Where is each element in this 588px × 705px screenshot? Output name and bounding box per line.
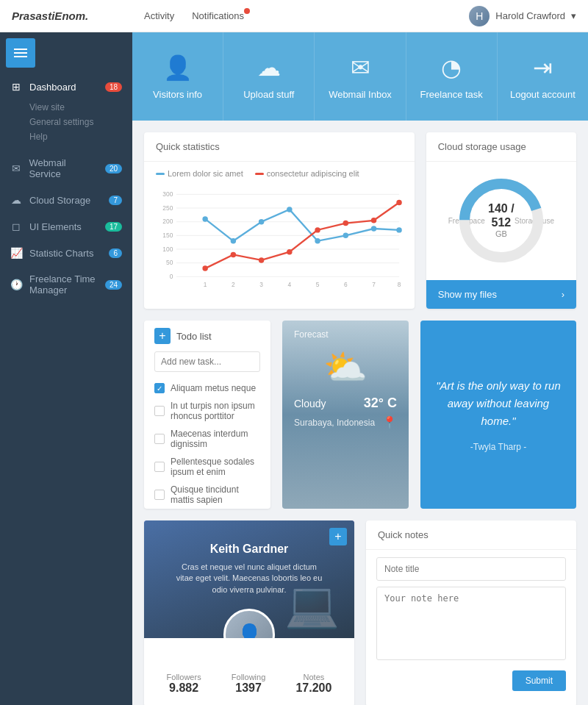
row-stats: Quick statistics Lorem dolor sic amet co… [144,132,576,309]
profile-card: + Keith Gardner Cras et neque vel nunc a… [144,520,354,705]
sidebar: ⊞ Dashboard 18 View site General setting… [0,32,132,705]
sidebar-menu-button[interactable] [6,38,35,68]
svg-point-31 [231,252,236,257]
notes-card-header: Quick notes [366,520,576,550]
svg-text:0: 0 [170,273,173,280]
tab-freelance-task[interactable]: ◔ Freelance task [406,32,498,121]
profile-stat-following: Following 1397 [232,671,265,695]
weather-icon: ⛅ [294,347,397,388]
notes-submit-button[interactable]: Submit [512,670,566,691]
svg-point-37 [396,200,401,205]
svg-text:6: 6 [344,281,348,288]
svg-point-28 [371,226,376,231]
todo-checkbox-3[interactable] [154,434,165,444]
donut-chart: 140 / 512 GB [457,176,545,265]
sidebar-item-dashboard[interactable]: ⊞ Dashboard 18 [0,74,132,100]
legend-blue: Lorem dolor sic amet [156,169,243,178]
todo-text-1: Aliquam metus neque [171,383,256,393]
sidebar-sub-help[interactable]: Help [29,129,122,144]
todo-item-1: ✓ Aliquam metus neque [144,379,270,397]
note-title-input[interactable] [376,557,566,581]
ui-icon: ◻ [10,221,22,232]
sidebar-item-statistic[interactable]: 📈 Statistic Charts 6 [0,240,132,266]
row-todo: + Todo list ✓ Aliquam metus neque In ut … [144,321,576,509]
user-area[interactable]: H Harold Crawford ▾ [469,6,576,26]
nav-activity[interactable]: Activity [144,10,174,21]
tab-visitors[interactable]: 👤 Visitors info [132,32,223,121]
svg-text:4: 4 [288,281,292,288]
sidebar-sub-view-site[interactable]: View site [29,100,122,115]
dashboard-icon: ⊞ [10,81,22,93]
sidebar-label-webmail: Webmail Service [29,157,98,179]
svg-point-30 [202,265,207,271]
row-profile: + Keith Gardner Cras et neque vel nunc a… [144,520,576,705]
nav-links: Activity Notifications [144,10,469,21]
svg-point-29 [396,227,401,232]
tab-upload-label: Upload stuff [243,89,294,100]
sidebar-item-ui[interactable]: ◻ UI Elements 17 [0,213,132,240]
profile-add-button[interactable]: + [329,528,347,545]
note-body-input[interactable] [376,587,566,660]
show-files-button[interactable]: Show my files › [426,280,576,309]
svg-point-23 [231,238,236,243]
profile-avatar-wrap: 👤 [223,609,275,638]
cloud-card-header: Cloud storage usage [426,132,576,162]
todo-item-4: Pellentesque sodales ipsum et enim [144,453,270,481]
todo-add-button[interactable]: + [154,328,171,344]
sidebar-item-freelance[interactable]: 🕐 Freelance Time Manager 24 [0,266,132,303]
svg-text:5: 5 [316,281,320,288]
quick-notes-card: Quick notes Submit [366,520,576,705]
sidebar-item-webmail[interactable]: ✉ Webmail Service 20 [0,150,132,187]
forecast-card: Forecast ⛅ Cloudy 32° C Surabaya, Indone… [282,321,409,509]
todo-input[interactable] [154,351,260,372]
forecast-title: Forecast [294,329,397,340]
profile-bg: + Keith Gardner Cras et neque vel nunc a… [144,520,354,638]
svg-text:7: 7 [372,281,376,288]
nav-notifications[interactable]: Notifications [192,10,244,21]
svg-point-32 [259,257,264,262]
chevron-down-icon: ▾ [571,10,576,21]
forecast-temp: 32° C [364,396,397,411]
svg-point-25 [287,207,292,212]
ui-badge: 17 [105,222,122,232]
statistic-icon: 📈 [10,247,22,259]
donut-area: Free space Storage use [426,162,576,279]
todo-text-5: Quisque tincidunt mattis sapien [171,484,260,505]
tab-visitors-label: Visitors info [153,89,202,100]
svg-text:8: 8 [398,281,401,288]
chart-legend: Lorem dolor sic amet consectetur adipisc… [156,169,403,178]
todo-checkbox-2[interactable] [154,406,165,416]
sidebar-item-cloud[interactable]: ☁ Cloud Storage 7 [0,187,132,213]
svg-text:200: 200 [162,218,173,225]
content-area: 👤 Visitors info ☁ Upload stuff ✉ Webmail… [132,32,588,705]
sidebar-sub-general-settings[interactable]: General settings [29,115,122,129]
map-icon[interactable]: 📍 [382,415,397,429]
tab-webmail-label: Webmail Inbox [329,89,392,100]
svg-text:100: 100 [162,246,173,253]
todo-card: + Todo list ✓ Aliquam metus neque In ut … [144,321,270,509]
todo-checkbox-1[interactable]: ✓ [154,383,165,393]
tab-webmail-inbox[interactable]: ✉ Webmail Inbox [315,32,406,121]
tab-upload[interactable]: ☁ Upload stuff [223,32,315,121]
svg-point-36 [371,218,376,223]
freelance-badge: 24 [105,280,122,290]
quote-card: "Art is the only way to run away without… [420,321,576,509]
todo-title: Todo list [176,331,212,342]
todo-item-3: Maecenas interdum dignissim [144,425,270,453]
avatar: H [469,6,490,26]
svg-point-35 [343,221,348,226]
todo-checkbox-5[interactable] [154,490,165,500]
forecast-content: Forecast ⛅ Cloudy 32° C Surabaya, Indone… [282,321,409,438]
todo-checkbox-4[interactable] [154,462,165,472]
svg-point-26 [315,238,320,243]
dashboard-body: Quick statistics Lorem dolor sic amet co… [132,121,588,705]
tab-logout-label: Logout account [510,89,576,100]
quote-author: -Twyla Tharp - [470,442,526,452]
following-value: 1397 [232,681,265,695]
sidebar-label-ui: UI Elements [29,221,82,232]
tab-freelance-label: Freelance task [420,89,483,100]
tab-logout[interactable]: ⇥ Logout account [498,32,588,121]
webmail-icon: ✉ [10,162,21,174]
svg-text:1: 1 [204,281,207,288]
notes-label: Notes [295,673,331,681]
